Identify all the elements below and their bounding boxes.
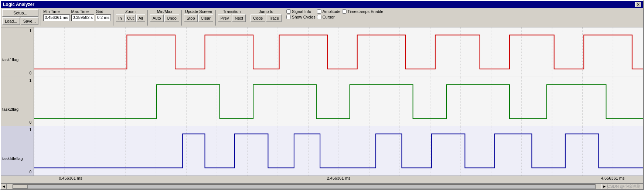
- transition-label: Transition: [218, 9, 246, 14]
- options-group3: Timestamps Enable: [342, 9, 384, 14]
- jump-group: Jump to Code Trace: [251, 9, 282, 22]
- timeline-label-1: 2.456361 ms: [327, 176, 351, 180]
- timestamps-row: Timestamps Enable: [342, 9, 384, 14]
- zoom-group: Zoom In Out All: [116, 9, 145, 22]
- level-1-task2flag: 1: [29, 79, 31, 83]
- toolbar: Setup... Load... Save... Min Time 0.4563…: [1, 8, 643, 27]
- window-title: Logic Analyzer: [3, 2, 34, 7]
- setup-button[interactable]: Setup...: [2, 9, 38, 17]
- level-1-task1flag: 1: [29, 29, 31, 33]
- zoom-in-button[interactable]: In: [116, 14, 125, 22]
- zoom-out-button[interactable]: Out: [125, 14, 136, 22]
- close-button[interactable]: ✕: [635, 2, 641, 7]
- amplitude-row: Amplitude: [317, 9, 341, 14]
- level-0-taskIdleflag: 0: [29, 170, 31, 174]
- grid-label: Grid: [96, 9, 103, 14]
- signal-canvas-task1flag: [34, 27, 643, 77]
- signal-row-task2flag: 1 task2flag 0: [1, 77, 643, 127]
- options-group: Signal Info Show Cycles: [286, 9, 316, 19]
- update-group: Update Screen Stop Clear: [184, 9, 213, 22]
- min-time-value: 0.456361 ms: [43, 14, 70, 21]
- signal-canvas-taskIdleflag: [34, 126, 643, 176]
- sep6: [248, 10, 248, 26]
- timeline-label-0: 0.456361 ms: [59, 176, 82, 180]
- signal-name-taskIdleflag: taskIdleflag: [2, 156, 23, 161]
- file-buttons-group: Setup... Load... Save...: [2, 9, 38, 25]
- signal-canvas-task2flag: [34, 77, 643, 126]
- sep5: [215, 10, 216, 26]
- minmax-label: Min/Max: [150, 9, 179, 14]
- signal-label-taskIdleflag: 1 taskIdleflag 0: [1, 126, 34, 176]
- zoom-all-button[interactable]: All: [136, 14, 145, 22]
- signal-row-task1flag: 1 task1flag 0: [1, 27, 643, 77]
- signal-name-task2flag: task2flag: [2, 107, 18, 111]
- waveform-svg-task1flag: [34, 27, 643, 77]
- time-group: Min Time 0.456361 ms: [43, 9, 70, 21]
- jump-buttons: Code Trace: [251, 14, 282, 22]
- max-time-value: 0.359582 s: [71, 14, 94, 21]
- min-time-row: Min Time: [43, 9, 70, 14]
- sep1: [41, 10, 41, 26]
- jump-label: Jump to: [251, 9, 282, 14]
- clear-button[interactable]: Clear: [198, 14, 213, 22]
- scroll-left-button[interactable]: ◀: [1, 184, 7, 190]
- trace-button[interactable]: Trace: [266, 14, 282, 22]
- main-content: 1 task1flag 0: [1, 27, 643, 189]
- code-button[interactable]: Code: [251, 14, 265, 22]
- main-window: Logic Analyzer ✕ Setup... Load... Save..…: [0, 0, 644, 190]
- save-button[interactable]: Save...: [21, 17, 38, 25]
- level-1-taskIdleflag: 1: [29, 128, 31, 132]
- next-button[interactable]: Next: [232, 14, 246, 22]
- undo-button[interactable]: Undo: [164, 14, 179, 22]
- timestamps-label: Timestamps Enable: [348, 9, 384, 14]
- scroll-right-button[interactable]: ▶: [602, 184, 607, 190]
- signal-label-task1flag: 1 task1flag 0: [1, 27, 34, 77]
- signal-info-checkbox[interactable]: [286, 9, 291, 14]
- signal-row-taskIdleflag: 1 taskIdleflag 0: [1, 126, 643, 176]
- minmax-group: Min/Max Auto Undo: [150, 9, 179, 22]
- signal-info-row: Signal Info: [286, 9, 316, 14]
- auto-button[interactable]: Auto: [150, 14, 164, 22]
- grid-group: Grid 0.2 ms: [96, 9, 111, 21]
- cursor-checkbox[interactable]: [317, 15, 321, 19]
- options-group2: Amplitude Cursor: [317, 9, 341, 19]
- amplitude-label: Amplitude: [323, 9, 341, 14]
- signal-rows: 1 task1flag 0: [1, 27, 643, 176]
- timeline-label-2: 4.656361 ms: [601, 176, 625, 180]
- transition-group: Transition Prev Next: [218, 9, 246, 22]
- level-0-task1flag: 0: [29, 71, 31, 75]
- minmax-buttons: Auto Undo: [150, 14, 179, 22]
- signal-label-task2flag: 1 task2flag 0: [1, 77, 34, 126]
- cursor-row: Cursor: [317, 15, 341, 19]
- timestamps-checkbox[interactable]: [342, 9, 347, 14]
- update-label: Update Screen: [184, 9, 213, 14]
- grid-value: 0.2 ms: [96, 14, 111, 21]
- show-cycles-checkbox[interactable]: [286, 15, 291, 19]
- update-buttons: Stop Clear: [184, 14, 213, 22]
- grid-label-row: Grid: [96, 9, 111, 14]
- load-button[interactable]: Load...: [2, 17, 20, 25]
- scrollbar-area: ◀ ▶ CSDN @小徐讲刷: [1, 183, 643, 189]
- signal-info-label: Signal Info: [292, 9, 311, 14]
- max-time-label-row: Max Time: [71, 9, 94, 14]
- scrollbar-thumb[interactable]: [13, 185, 28, 189]
- transition-buttons: Prev Next: [218, 14, 246, 22]
- show-cycles-label: Show Cycles: [292, 15, 316, 19]
- amplitude-checkbox[interactable]: [317, 9, 321, 14]
- max-time-group: Max Time 0.359582 s: [71, 9, 94, 21]
- show-cycles-row: Show Cycles: [286, 15, 316, 19]
- scrollbar-track: [13, 184, 596, 189]
- waveform-svg-taskIdleflag: [34, 126, 643, 176]
- sep2: [113, 10, 113, 26]
- watermark-text: CSDN @小徐讲刷: [607, 184, 640, 189]
- signal-area: 1 task1flag 0: [1, 27, 643, 189]
- waveform-svg-task2flag: [34, 77, 643, 126]
- stop-button[interactable]: Stop: [184, 14, 198, 22]
- sep7: [284, 10, 284, 26]
- prev-button[interactable]: Prev: [218, 14, 232, 22]
- level-0-task2flag: 0: [29, 120, 31, 124]
- max-time-label: Max Time: [71, 9, 89, 14]
- title-bar: Logic Analyzer ✕: [1, 1, 643, 8]
- signal-name-task1flag: task1flag: [2, 57, 18, 62]
- cursor-label: Cursor: [323, 15, 335, 19]
